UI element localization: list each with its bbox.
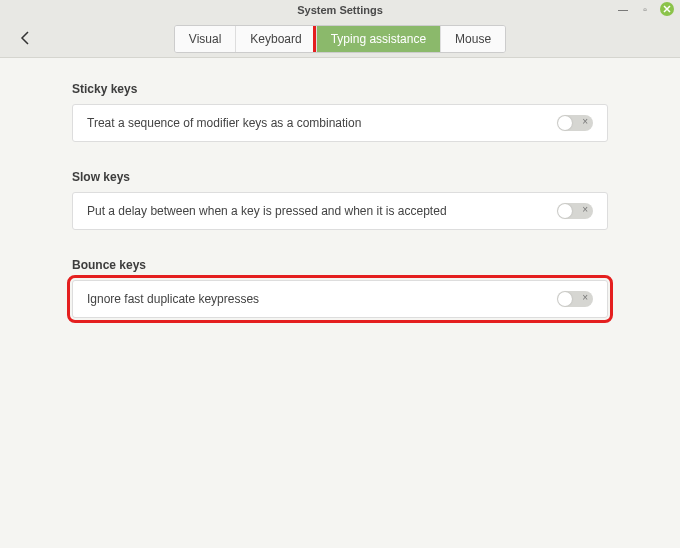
slow-keys-label: Slow keys [72,170,608,184]
sticky-keys-row: Treat a sequence of modifier keys as a c… [72,104,608,142]
sticky-keys-toggle[interactable]: × [557,115,593,131]
maximize-icon[interactable]: ▫ [638,2,652,16]
close-icon[interactable] [660,2,674,16]
tab-mouse[interactable]: Mouse [441,26,505,52]
slow-keys-description: Put a delay between when a key is presse… [87,204,447,218]
back-icon[interactable] [18,30,34,49]
toggle-knob [558,116,572,130]
sticky-keys-description: Treat a sequence of modifier keys as a c… [87,116,361,130]
toggle-knob [558,204,572,218]
toggle-off-icon: × [582,204,588,215]
bounce-keys-row: Ignore fast duplicate keypresses × [72,280,608,318]
titlebar: System Settings — ▫ [0,0,680,20]
bounce-keys-description: Ignore fast duplicate keypresses [87,292,259,306]
slow-keys-row: Put a delay between when a key is presse… [72,192,608,230]
bounce-keys-label: Bounce keys [72,258,608,272]
content-area: Sticky keys Treat a sequence of modifier… [0,58,680,318]
toggle-knob [558,292,572,306]
toggle-off-icon: × [582,292,588,303]
tab-visual[interactable]: Visual [175,26,236,52]
tab-bar: Visual Keyboard Typing assistance Mouse [174,25,506,53]
toolbar: Visual Keyboard Typing assistance Mouse [0,20,680,58]
minimize-icon[interactable]: — [616,2,630,16]
window-controls: — ▫ [616,2,674,16]
slow-keys-toggle[interactable]: × [557,203,593,219]
window-title: System Settings [297,4,383,16]
toggle-off-icon: × [582,116,588,127]
bounce-keys-toggle[interactable]: × [557,291,593,307]
tab-keyboard[interactable]: Keyboard [236,26,316,52]
sticky-keys-label: Sticky keys [72,82,608,96]
tab-typing-assistance[interactable]: Typing assistance [317,26,441,52]
